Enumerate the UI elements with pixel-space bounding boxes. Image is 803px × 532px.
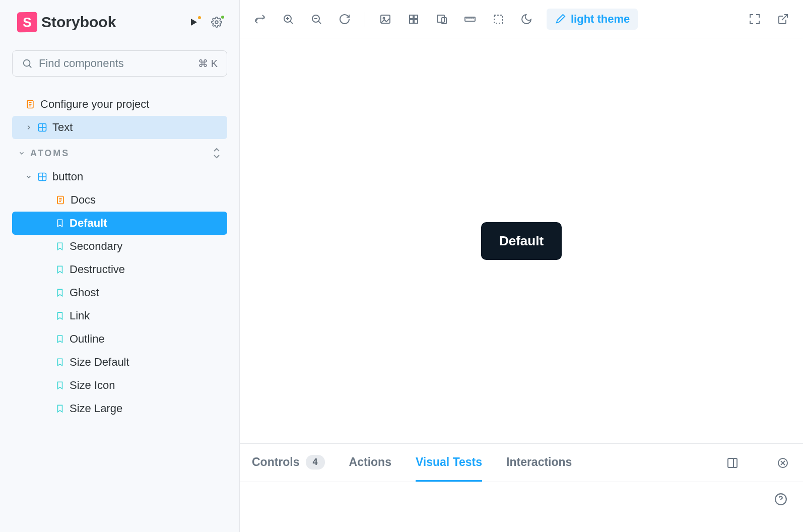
component-icon xyxy=(37,122,47,132)
svg-line-18 xyxy=(290,21,293,24)
tab-actions[interactable]: Actions xyxy=(349,444,391,482)
storybook-logo-text: Storybook xyxy=(41,14,116,31)
run-tests-icon[interactable] xyxy=(189,17,199,27)
sidebar-item-configure[interactable]: Configure your project xyxy=(12,93,227,116)
tab-label: Interactions xyxy=(506,455,572,469)
sidebar-item-story-size-default[interactable]: Size Default xyxy=(12,351,227,374)
open-external-icon[interactable] xyxy=(775,11,791,27)
bookmark-icon xyxy=(55,311,64,321)
remount-icon[interactable] xyxy=(252,11,268,27)
sidebar: S Storybook ⌘ K Configure your project xyxy=(0,0,240,532)
svg-rect-28 xyxy=(410,20,413,23)
sidebar-item-label: Docs xyxy=(71,193,96,207)
search-icon xyxy=(22,58,33,69)
document-icon xyxy=(55,195,65,205)
svg-point-0 xyxy=(215,21,218,24)
sidebar-header: S Storybook xyxy=(12,12,227,32)
svg-rect-37 xyxy=(494,15,502,23)
sidebar-item-text[interactable]: Text xyxy=(12,116,227,139)
sidebar-item-label: Link xyxy=(70,309,90,322)
zoom-reset-icon[interactable] xyxy=(337,11,353,27)
sidebar-item-label: Secondary xyxy=(70,240,122,253)
tab-label: Actions xyxy=(349,455,391,469)
bookmark-icon xyxy=(55,241,64,251)
sidebar-item-label: Outline xyxy=(70,332,105,346)
sidebar-section-atoms[interactable]: ATOMS xyxy=(12,139,227,165)
storybook-logo-mark: S xyxy=(17,12,37,33)
chevron-down-icon xyxy=(25,173,32,180)
addons-body xyxy=(240,482,803,532)
bookmark-icon xyxy=(55,288,64,298)
measure-icon[interactable] xyxy=(462,11,478,27)
close-panel-icon[interactable] xyxy=(775,455,791,471)
fullscreen-icon[interactable] xyxy=(747,11,763,27)
addons-tabs: Controls 4 Actions Visual Tests Interact… xyxy=(240,444,803,482)
collapse-expand-icon[interactable] xyxy=(212,147,221,159)
navigation-tree: Configure your project Text ATOMS xyxy=(12,93,227,532)
component-icon xyxy=(37,172,47,182)
sidebar-item-story-ghost[interactable]: Ghost xyxy=(12,281,227,304)
tab-interactions[interactable]: Interactions xyxy=(506,444,572,482)
grid-icon[interactable] xyxy=(406,11,422,27)
tab-visual-tests[interactable]: Visual Tests xyxy=(416,444,482,482)
settings-icon[interactable] xyxy=(211,17,222,28)
viewport-icon[interactable] xyxy=(434,11,450,27)
chevron-down-icon xyxy=(18,150,25,157)
sidebar-item-label: Size Default xyxy=(70,356,129,369)
sidebar-item-label: Destructive xyxy=(70,263,125,276)
paintbrush-icon xyxy=(555,14,566,25)
theme-label: light theme xyxy=(571,13,630,26)
storybook-logo[interactable]: S Storybook xyxy=(17,12,116,32)
bookmark-icon xyxy=(55,404,64,414)
svg-line-38 xyxy=(782,15,787,20)
preview-canvas: Default xyxy=(240,38,803,443)
document-icon xyxy=(25,99,35,109)
search-input[interactable] xyxy=(39,57,198,70)
sidebar-item-story-outline[interactable]: Outline xyxy=(12,327,227,351)
panel-orientation-icon[interactable] xyxy=(724,455,741,471)
bookmark-icon xyxy=(55,218,64,228)
svg-line-22 xyxy=(318,21,321,24)
status-dot-ok xyxy=(220,15,225,20)
svg-point-25 xyxy=(383,17,385,19)
bookmark-icon xyxy=(55,334,64,344)
search-shortcut: ⌘ K xyxy=(198,57,218,70)
svg-rect-26 xyxy=(410,15,413,19)
chevron-right-icon xyxy=(25,124,32,131)
outline-icon[interactable] xyxy=(490,11,506,27)
sidebar-item-label: Default xyxy=(70,217,107,230)
bookmark-icon xyxy=(55,380,64,390)
zoom-out-icon[interactable] xyxy=(308,11,324,27)
svg-point-1 xyxy=(24,60,30,66)
sidebar-item-label: Size Large xyxy=(70,402,122,415)
theme-switcher[interactable]: light theme xyxy=(547,9,638,30)
svg-rect-39 xyxy=(728,458,737,468)
sidebar-item-story-link[interactable]: Link xyxy=(12,304,227,327)
tab-controls[interactable]: Controls 4 xyxy=(252,444,325,482)
svg-rect-27 xyxy=(414,15,418,19)
svg-rect-30 xyxy=(437,15,444,22)
sidebar-item-story-destructive[interactable]: Destructive xyxy=(12,258,227,281)
search-box[interactable]: ⌘ K xyxy=(12,50,227,77)
sidebar-item-story-secondary[interactable]: Secondary xyxy=(12,235,227,258)
sidebar-item-label: Text xyxy=(52,121,73,134)
zoom-in-icon[interactable] xyxy=(280,11,296,27)
dark-mode-icon[interactable] xyxy=(518,11,534,27)
sidebar-item-story-size-icon[interactable]: Size Icon xyxy=(12,374,227,397)
sidebar-item-label: Ghost xyxy=(70,286,99,299)
sidebar-item-story-default[interactable]: Default xyxy=(12,212,227,235)
background-icon[interactable] xyxy=(377,11,393,27)
tab-label: Controls xyxy=(252,455,300,469)
svg-rect-29 xyxy=(414,20,418,23)
sidebar-item-label: Configure your project xyxy=(40,98,149,111)
sidebar-item-button-group[interactable]: button xyxy=(12,165,227,188)
sidebar-item-label: Size Icon xyxy=(70,379,115,392)
preview-button-default[interactable]: Default xyxy=(481,222,562,260)
controls-count-badge: 4 xyxy=(306,455,325,470)
sidebar-item-docs[interactable]: Docs xyxy=(12,188,227,212)
sidebar-item-label: button xyxy=(52,170,83,183)
sidebar-item-story-size-large[interactable]: Size Large xyxy=(12,397,227,420)
help-icon[interactable] xyxy=(773,491,789,507)
addons-panel: Controls 4 Actions Visual Tests Interact… xyxy=(240,443,803,532)
main-panel: light theme Default Controls 4 Actions xyxy=(240,0,803,532)
